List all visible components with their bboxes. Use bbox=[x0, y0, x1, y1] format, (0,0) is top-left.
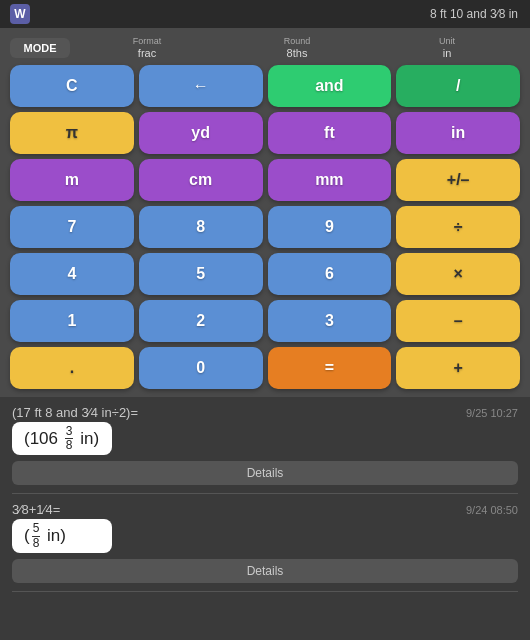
clear-button[interactable]: C bbox=[10, 65, 134, 107]
mode-label: MODE bbox=[10, 38, 70, 58]
history-timestamp-2: 9/24 08:50 bbox=[466, 504, 518, 516]
display-value: 8 ft 10 and 3∕8 in bbox=[430, 7, 518, 21]
history-equation-1: (17 ft 8 and 3⁄4 in÷2)= bbox=[12, 405, 138, 420]
mm-button[interactable]: mm bbox=[268, 159, 392, 201]
plusminus-button[interactable]: +/– bbox=[396, 159, 520, 201]
format-value: frac bbox=[138, 47, 156, 59]
unit-label: Unit bbox=[439, 36, 455, 46]
backspace-button[interactable]: ← bbox=[139, 65, 263, 107]
1-button[interactable]: 1 bbox=[10, 300, 134, 342]
history-result-2: (58 in) bbox=[12, 519, 112, 552]
history-entry-2: 3⁄8+1⁄4= 9/24 08:50 (58 in) Details bbox=[12, 502, 518, 582]
history-divider bbox=[12, 493, 518, 494]
8-button[interactable]: 8 bbox=[139, 206, 263, 248]
app-icon: W bbox=[10, 4, 30, 24]
history-header-1: (17 ft 8 and 3⁄4 in÷2)= 9/25 10:27 bbox=[12, 405, 518, 420]
history-entry-1: (17 ft 8 and 3⁄4 in÷2)= 9/25 10:27 (106 … bbox=[12, 405, 518, 485]
4-button[interactable]: 4 bbox=[10, 253, 134, 295]
history-timestamp-1: 9/25 10:27 bbox=[466, 407, 518, 419]
history-equation-2: 3⁄8+1⁄4= bbox=[12, 502, 60, 517]
round-value: 8ths bbox=[287, 47, 308, 59]
equals-button[interactable]: = bbox=[268, 347, 392, 389]
history-header-2: 3⁄8+1⁄4= 9/24 08:50 bbox=[12, 502, 518, 517]
details-button-1[interactable]: Details bbox=[12, 461, 518, 485]
unit-group: Unit in bbox=[374, 36, 520, 59]
9-button[interactable]: 9 bbox=[268, 206, 392, 248]
yd-button[interactable]: yd bbox=[139, 112, 263, 154]
history-divider-2 bbox=[12, 591, 518, 592]
divide-button[interactable]: ÷ bbox=[396, 206, 520, 248]
cm-button[interactable]: cm bbox=[139, 159, 263, 201]
pi-button[interactable]: π bbox=[10, 112, 134, 154]
subtract-button[interactable]: – bbox=[396, 300, 520, 342]
mode-row: MODE Format frac Round 8ths Unit in bbox=[10, 36, 520, 59]
0-button[interactable]: 0 bbox=[139, 347, 263, 389]
history-result-1: (106 38 in) bbox=[12, 422, 112, 455]
in-button[interactable]: in bbox=[396, 112, 520, 154]
round-label: Round bbox=[284, 36, 311, 46]
history-area: (17 ft 8 and 3⁄4 in÷2)= 9/25 10:27 (106 … bbox=[0, 397, 530, 608]
add-button[interactable]: + bbox=[396, 347, 520, 389]
multiply-button[interactable]: × bbox=[396, 253, 520, 295]
m-button[interactable]: m bbox=[10, 159, 134, 201]
5-button[interactable]: 5 bbox=[139, 253, 263, 295]
3-button[interactable]: 3 bbox=[268, 300, 392, 342]
divide-frac-button[interactable]: / bbox=[396, 65, 520, 107]
unit-value: in bbox=[443, 47, 452, 59]
format-label: Format bbox=[133, 36, 162, 46]
calculator-area: MODE Format frac Round 8ths Unit in C ← … bbox=[0, 28, 530, 397]
and-button[interactable]: and bbox=[268, 65, 392, 107]
format-group: Format frac bbox=[74, 36, 220, 59]
round-group: Round 8ths bbox=[224, 36, 370, 59]
title-bar: W 8 ft 10 and 3∕8 in bbox=[0, 0, 530, 28]
ft-button[interactable]: ft bbox=[268, 112, 392, 154]
button-grid: C ← and / π yd ft in m cm mm +/– 7 8 9 ÷… bbox=[10, 65, 520, 389]
2-button[interactable]: 2 bbox=[139, 300, 263, 342]
6-button[interactable]: 6 bbox=[268, 253, 392, 295]
decimal-button[interactable]: . bbox=[10, 347, 134, 389]
7-button[interactable]: 7 bbox=[10, 206, 134, 248]
details-button-2[interactable]: Details bbox=[12, 559, 518, 583]
